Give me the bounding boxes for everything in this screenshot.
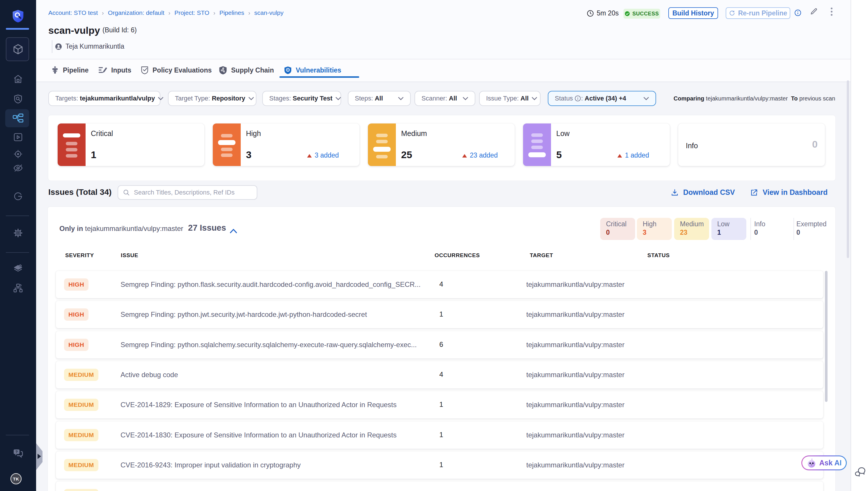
svg-text:?: ? (16, 450, 18, 454)
